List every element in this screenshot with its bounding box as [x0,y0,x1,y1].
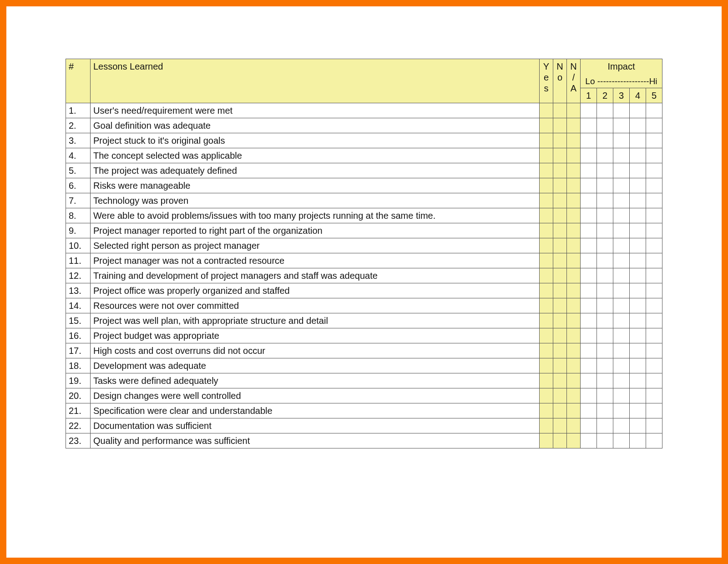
cell-impact-3[interactable] [613,133,629,148]
cell-impact-5[interactable] [646,253,662,268]
cell-impact-4[interactable] [629,343,646,358]
cell-no[interactable] [553,193,566,208]
cell-impact-5[interactable] [646,313,662,328]
cell-impact-5[interactable] [646,358,662,373]
cell-no[interactable] [553,103,566,118]
cell-impact-5[interactable] [646,298,662,313]
cell-impact-1[interactable] [580,133,597,148]
cell-impact-4[interactable] [629,388,646,403]
cell-impact-1[interactable] [580,313,597,328]
cell-na[interactable] [566,418,580,433]
cell-impact-4[interactable] [629,133,646,148]
cell-no[interactable] [553,268,566,283]
cell-yes[interactable] [539,283,553,298]
cell-impact-4[interactable] [629,163,646,178]
cell-yes[interactable] [539,208,553,223]
cell-impact-2[interactable] [597,208,613,223]
cell-yes[interactable] [539,103,553,118]
cell-impact-1[interactable] [580,388,597,403]
cell-impact-2[interactable] [597,403,613,418]
cell-impact-4[interactable] [629,403,646,418]
cell-no[interactable] [553,403,566,418]
cell-impact-5[interactable] [646,373,662,388]
cell-na[interactable] [566,163,580,178]
cell-na[interactable] [566,208,580,223]
cell-na[interactable] [566,238,580,253]
cell-impact-1[interactable] [580,193,597,208]
cell-na[interactable] [566,178,580,193]
cell-impact-1[interactable] [580,238,597,253]
cell-impact-3[interactable] [613,403,629,418]
cell-impact-1[interactable] [580,223,597,238]
cell-impact-5[interactable] [646,268,662,283]
cell-impact-4[interactable] [629,178,646,193]
cell-yes[interactable] [539,373,553,388]
cell-impact-1[interactable] [580,433,597,448]
cell-impact-2[interactable] [597,178,613,193]
cell-impact-4[interactable] [629,223,646,238]
cell-no[interactable] [553,178,566,193]
cell-na[interactable] [566,373,580,388]
cell-impact-5[interactable] [646,283,662,298]
cell-impact-4[interactable] [629,328,646,343]
cell-yes[interactable] [539,118,553,133]
cell-impact-1[interactable] [580,418,597,433]
cell-impact-3[interactable] [613,343,629,358]
cell-yes[interactable] [539,193,553,208]
cell-na[interactable] [566,313,580,328]
cell-impact-2[interactable] [597,313,613,328]
cell-impact-2[interactable] [597,358,613,373]
cell-impact-4[interactable] [629,103,646,118]
cell-impact-2[interactable] [597,268,613,283]
cell-na[interactable] [566,358,580,373]
cell-impact-4[interactable] [629,238,646,253]
cell-impact-4[interactable] [629,268,646,283]
cell-impact-1[interactable] [580,103,597,118]
cell-impact-3[interactable] [613,103,629,118]
cell-impact-2[interactable] [597,223,613,238]
cell-impact-2[interactable] [597,193,613,208]
cell-impact-2[interactable] [597,283,613,298]
cell-impact-1[interactable] [580,208,597,223]
cell-impact-2[interactable] [597,388,613,403]
cell-no[interactable] [553,358,566,373]
cell-impact-4[interactable] [629,253,646,268]
cell-no[interactable] [553,433,566,448]
cell-impact-3[interactable] [613,163,629,178]
cell-impact-4[interactable] [629,193,646,208]
cell-impact-3[interactable] [613,193,629,208]
cell-impact-3[interactable] [613,298,629,313]
cell-impact-5[interactable] [646,433,662,448]
cell-impact-2[interactable] [597,298,613,313]
cell-no[interactable] [553,253,566,268]
cell-impact-3[interactable] [613,313,629,328]
cell-yes[interactable] [539,328,553,343]
cell-na[interactable] [566,283,580,298]
cell-impact-4[interactable] [629,148,646,163]
cell-impact-1[interactable] [580,358,597,373]
cell-impact-3[interactable] [613,223,629,238]
cell-yes[interactable] [539,148,553,163]
cell-impact-1[interactable] [580,343,597,358]
cell-impact-3[interactable] [613,238,629,253]
cell-yes[interactable] [539,313,553,328]
cell-yes[interactable] [539,133,553,148]
cell-na[interactable] [566,133,580,148]
cell-impact-3[interactable] [613,388,629,403]
cell-impact-5[interactable] [646,178,662,193]
cell-na[interactable] [566,403,580,418]
cell-na[interactable] [566,328,580,343]
cell-yes[interactable] [539,418,553,433]
cell-impact-3[interactable] [613,268,629,283]
cell-impact-5[interactable] [646,418,662,433]
cell-impact-5[interactable] [646,163,662,178]
cell-impact-2[interactable] [597,148,613,163]
cell-impact-1[interactable] [580,283,597,298]
cell-no[interactable] [553,133,566,148]
cell-no[interactable] [553,163,566,178]
cell-yes[interactable] [539,433,553,448]
cell-impact-1[interactable] [580,403,597,418]
cell-no[interactable] [553,238,566,253]
cell-impact-5[interactable] [646,133,662,148]
cell-na[interactable] [566,148,580,163]
